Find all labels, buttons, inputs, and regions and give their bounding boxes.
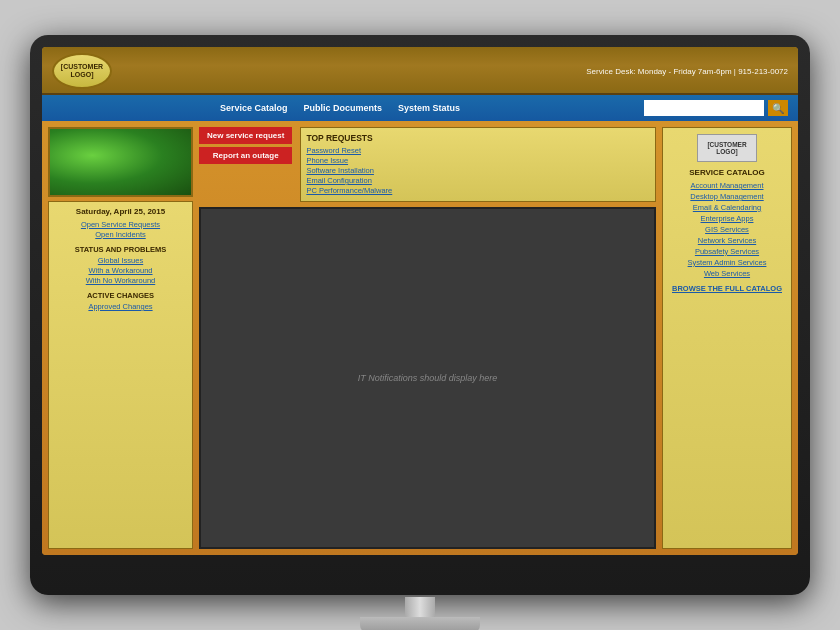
right-customer-logo: [CUSTOMER LOGO]	[697, 134, 757, 162]
notifications-panel: IT Notifications should display here	[199, 207, 656, 549]
nav-bar: Service Catalog Public Documents System …	[42, 95, 798, 121]
date-label: Saturday, April 25, 2015	[54, 207, 187, 216]
top-request-phone-issue[interactable]: Phone Issue	[306, 156, 650, 165]
herb-leaves-bg	[50, 129, 191, 195]
active-changes-links: Approved Changes	[54, 302, 187, 311]
top-request-password-reset[interactable]: Password Reset	[306, 146, 650, 155]
action-buttons: New service request Report an outage	[199, 127, 292, 164]
status-links: Global Issues With a Workaround With No …	[54, 256, 187, 285]
nav-system-status[interactable]: System Status	[398, 103, 460, 113]
catalog-system-admin-services[interactable]: System Admin Services	[669, 258, 785, 267]
catalog-web-services[interactable]: Web Services	[669, 269, 785, 278]
top-requests-title: TOP REQUESTS	[306, 133, 650, 143]
customer-logo: [CUSTOMER LOGO]	[52, 53, 112, 89]
open-incidents-link[interactable]: Open Incidents	[54, 230, 187, 239]
top-request-email[interactable]: Email Configuration	[306, 176, 650, 185]
catalog-gis-services[interactable]: GIS Services	[669, 225, 785, 234]
open-service-requests-link[interactable]: Open Service Requests	[54, 220, 187, 229]
left-info-panel: Saturday, April 25, 2015 Open Service Re…	[48, 201, 193, 549]
search-area: 🔍	[644, 100, 788, 116]
catalog-network-services[interactable]: Network Services	[669, 236, 785, 245]
report-outage-button[interactable]: Report an outage	[199, 147, 292, 164]
stand-base	[360, 617, 480, 630]
monitor: [CUSTOMER LOGO] Service Desk: Monday - F…	[30, 35, 810, 595]
right-panel: [CUSTOMER LOGO] SERVICE CATALOG Account …	[662, 127, 792, 549]
global-issues-link[interactable]: Global Issues	[54, 256, 187, 265]
approved-changes-link[interactable]: Approved Changes	[54, 302, 187, 311]
no-workaround-link[interactable]: With No Workaround	[54, 276, 187, 285]
middle-top-row: New service request Report an outage TOP…	[199, 127, 656, 202]
browse-full-catalog-link[interactable]: BROWSE THE FULL CATALOG	[669, 284, 785, 293]
screen: [CUSTOMER LOGO] Service Desk: Monday - F…	[42, 47, 798, 555]
active-changes-title: ACTIVE CHANGES	[54, 291, 187, 300]
service-desk-info: Service Desk: Monday - Friday 7am-6pm | …	[586, 67, 788, 76]
site-header: [CUSTOMER LOGO] Service Desk: Monday - F…	[42, 47, 798, 95]
nav-service-catalog[interactable]: Service Catalog	[220, 103, 288, 113]
new-service-request-button[interactable]: New service request	[199, 127, 292, 144]
top-requests-panel: TOP REQUESTS Password Reset Phone Issue …	[300, 127, 656, 202]
website: [CUSTOMER LOGO] Service Desk: Monday - F…	[42, 47, 798, 555]
quick-links: Open Service Requests Open Incidents	[54, 220, 187, 239]
catalog-enterprise-apps[interactable]: Enterprise Apps	[669, 214, 785, 223]
catalog-email-calendaring[interactable]: Email & Calendaring	[669, 203, 785, 212]
status-problems-title: STATUS AND PROBLEMS	[54, 245, 187, 254]
nav-links: Service Catalog Public Documents System …	[52, 103, 628, 113]
service-catalog-title: SERVICE CATALOG	[669, 168, 785, 177]
catalog-account-management[interactable]: Account Management	[669, 181, 785, 190]
nav-public-documents[interactable]: Public Documents	[303, 103, 382, 113]
monitor-stand	[360, 597, 480, 630]
stand-neck	[405, 597, 435, 617]
middle-panel: New service request Report an outage TOP…	[199, 127, 656, 549]
search-button[interactable]: 🔍	[768, 100, 788, 116]
search-input[interactable]	[644, 100, 764, 116]
notifications-text: IT Notifications should display here	[358, 373, 498, 383]
hero-image	[48, 127, 193, 197]
catalog-pubsafety-services[interactable]: Pubsafety Services	[669, 247, 785, 256]
catalog-desktop-management[interactable]: Desktop Management	[669, 192, 785, 201]
top-request-software[interactable]: Software Installation	[306, 166, 650, 175]
left-panel: Saturday, April 25, 2015 Open Service Re…	[48, 127, 193, 549]
top-request-pc-performance[interactable]: PC Performance/Malware	[306, 186, 650, 195]
main-content: Saturday, April 25, 2015 Open Service Re…	[42, 121, 798, 555]
with-workaround-link[interactable]: With a Workaround	[54, 266, 187, 275]
